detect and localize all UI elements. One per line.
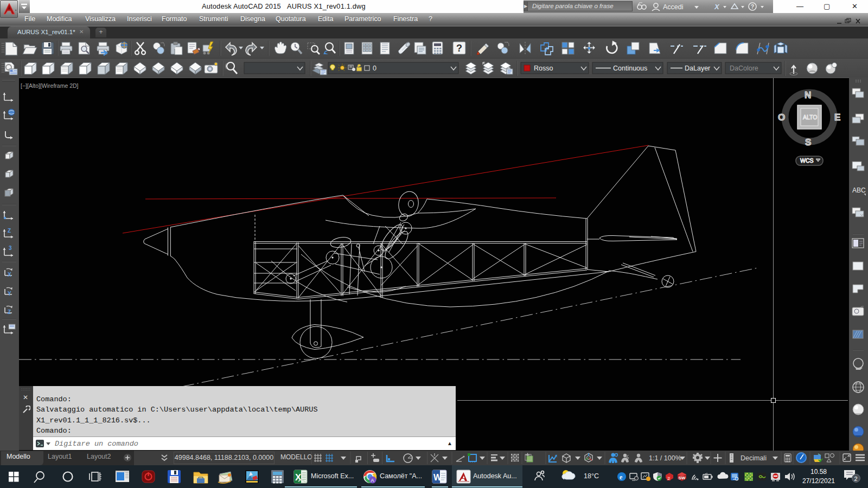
svg-text:?: ? bbox=[751, 4, 754, 10]
svg-text:Decimali: Decimali bbox=[741, 454, 767, 462]
svg-text:1:1 / 100%: 1:1 / 100% bbox=[649, 454, 681, 462]
svg-text:X: X bbox=[714, 3, 720, 11]
svg-text:3: 3 bbox=[9, 245, 12, 251]
svg-text:ABC: ABC bbox=[852, 187, 866, 194]
svg-text:A: A bbox=[371, 478, 374, 483]
svg-text:E: E bbox=[834, 112, 840, 123]
svg-text:e: e bbox=[620, 473, 623, 481]
svg-text:O: O bbox=[778, 112, 785, 123]
svg-text:Rosso: Rosso bbox=[534, 65, 553, 72]
svg-text:W: W bbox=[433, 473, 442, 482]
svg-text:S: S bbox=[805, 137, 811, 147]
svg-text:?: ? bbox=[456, 43, 462, 54]
svg-text:Accedi: Accedi bbox=[663, 3, 684, 11]
svg-text:SW: SW bbox=[679, 476, 686, 480]
svg-text:2: 2 bbox=[854, 476, 858, 482]
svg-text:Z: Z bbox=[8, 309, 11, 315]
svg-text:ALTO: ALTO bbox=[803, 114, 817, 120]
svg-text:N: N bbox=[805, 90, 811, 100]
svg-text:DaLayer: DaLayer bbox=[685, 65, 710, 72]
svg-text:WCS: WCS bbox=[800, 157, 814, 164]
svg-text:X: X bbox=[8, 272, 11, 278]
svg-text:0: 0 bbox=[373, 65, 376, 72]
svg-text:Z: Z bbox=[8, 228, 11, 234]
svg-text:DaColore: DaColore bbox=[730, 65, 758, 72]
svg-text:2: 2 bbox=[668, 476, 671, 481]
svg-text:Y: Y bbox=[8, 291, 11, 297]
svg-text:Continuous: Continuous bbox=[613, 65, 647, 72]
